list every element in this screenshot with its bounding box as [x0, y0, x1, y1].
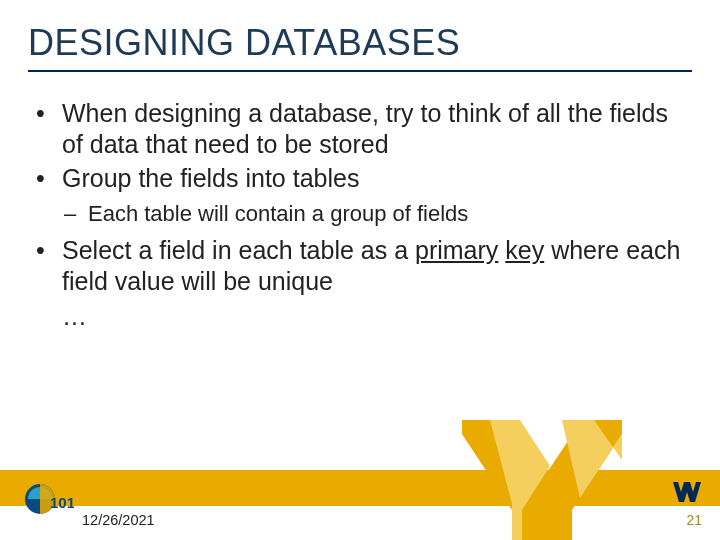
footer-band [0, 470, 720, 506]
wv-logo-icon [672, 480, 702, 504]
slide-body: When designing a database, try to think … [28, 98, 692, 331]
bullet-list: When designing a database, try to think … [28, 98, 692, 194]
svg-text:101: 101 [50, 494, 74, 511]
bullet-list: Select a field in each table as a primar… [28, 235, 692, 296]
bullet-item: When designing a database, try to think … [28, 98, 692, 159]
sub-bullet-list: Each table will contain a group of field… [28, 200, 692, 228]
slide-title: DESIGNING DATABASES [28, 22, 460, 64]
title-underline [28, 70, 692, 72]
bullet-item: Select a field in each table as a primar… [28, 235, 692, 296]
slide: DESIGNING DATABASES When designing a dat… [0, 0, 720, 540]
text-run: Select a field in each table as a [62, 236, 415, 264]
underlined-text: primary [415, 236, 498, 264]
footer-date: 12/26/2021 [82, 512, 155, 528]
course-101-logo-icon: 101 [24, 478, 74, 520]
underlined-text: key [505, 236, 544, 264]
bullet-item: Group the fields into tables [28, 163, 692, 194]
sub-bullet-item: Each table will contain a group of field… [28, 200, 692, 228]
page-number: 21 [686, 512, 702, 528]
ellipsis-text: … [28, 302, 692, 331]
